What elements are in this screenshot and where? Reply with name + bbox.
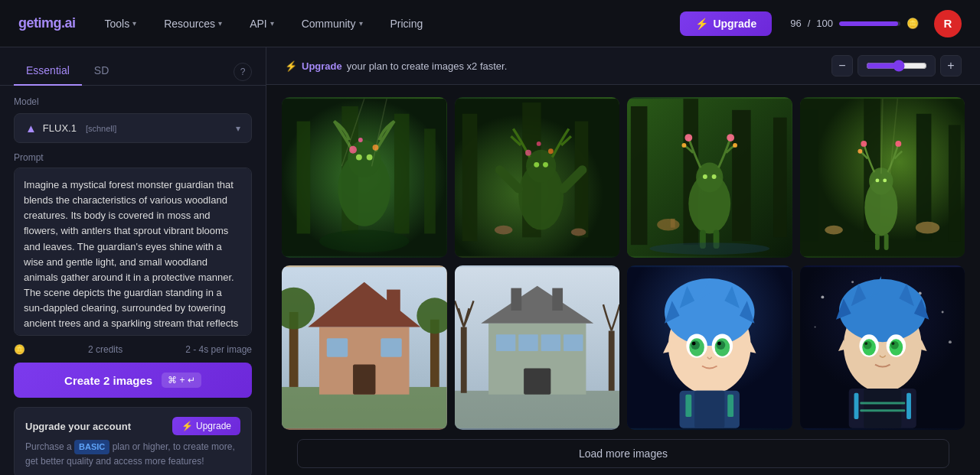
upgrade-button[interactable]: ⚡ Upgrade <box>680 11 772 36</box>
expand-button[interactable]: ⤢ <box>733 103 757 128</box>
prompt-textarea[interactable]: Imagine a mystical forest monster guardi… <box>14 168 252 336</box>
like-button[interactable]: ♡ <box>675 103 699 128</box>
like-button[interactable]: ♡ <box>329 103 354 128</box>
image-card-forest-4[interactable]: ♡ ⟲ ⤢ 🗑 <box>800 97 965 258</box>
model-selector[interactable]: ▲ FLUX.1 [schnell] ▾ <box>14 113 252 143</box>
info-button[interactable]: ? <box>234 63 252 81</box>
image-card-forest-2[interactable]: ♡ ⟲ ⤢ 🗑 <box>455 97 620 258</box>
navbar: getimg.ai Tools ▾ Resources ▾ API ▾ Comm… <box>0 0 980 47</box>
share-button[interactable]: ⟲ <box>358 103 383 128</box>
model-name: FLUX.1 <box>43 122 77 134</box>
upgrade-banner-header: Upgrade your account ⚡ Upgrade <box>25 417 240 435</box>
overlay-actions: ♡ ⟲ ⤢ 🗑 <box>847 272 959 296</box>
like-button[interactable]: ♡ <box>847 272 871 296</box>
coin-icon: 🪙 <box>906 18 919 29</box>
bolt-icon: ⚡ <box>181 421 193 431</box>
share-button[interactable]: ⟲ <box>329 272 354 296</box>
create-images-button[interactable]: Create 2 images ⌘ + ↵ <box>14 363 252 398</box>
overlay-actions: ♡ ⟲ ⤢ 🗑 <box>675 103 786 128</box>
avatar[interactable]: R <box>934 10 962 37</box>
zoom-controls: − + <box>831 55 962 76</box>
delete-button[interactable]: 🗑 <box>762 103 786 128</box>
delete-button[interactable]: 🗑 <box>387 272 412 296</box>
zoom-slider[interactable] <box>866 60 927 72</box>
image-card-forest-1[interactable]: ♡ ⟲ ⤢ 🗑 <box>282 97 447 258</box>
images-scroll[interactable]: ♡ ⟲ ⤢ 🗑 <box>266 85 980 475</box>
upgrade-notice: ⚡ Upgrade your plan to create images x2 … <box>266 47 980 85</box>
image-card-house-1[interactable]: ♡ ⟲ ⤢ 🗑 ··· <box>282 265 447 430</box>
image-card-house-2[interactable]: ♡ ⟲ ⤢ 🗑 <box>455 265 620 430</box>
tab-essential[interactable]: Essential <box>14 58 82 86</box>
overlay-actions: ♡ ⟲ ⤢ 🗑 <box>847 103 959 128</box>
nav-item-tools[interactable]: Tools ▾ <box>94 13 148 34</box>
delete-button[interactable]: 🗑 <box>589 103 613 128</box>
overlay-actions: ♡ ⟲ ⤢ 🗑 <box>329 103 441 128</box>
bolt-icon: ⚡ <box>695 18 708 30</box>
tab-sd[interactable]: SD <box>82 58 121 86</box>
upgrade-banner-title: Upgrade your account <box>25 421 131 432</box>
nav-item-api[interactable]: API ▾ <box>239 13 285 34</box>
model-tag: [schnell] <box>86 124 116 133</box>
expand-button[interactable]: ⤢ <box>387 103 412 128</box>
nav-item-pricing[interactable]: Pricing <box>380 13 434 34</box>
chevron-down-icon: ▾ <box>236 123 240 134</box>
image-card-forest-3[interactable]: ♡ ⟲ ⤢ 🗑 <box>627 97 792 258</box>
share-button[interactable]: ⟲ <box>531 272 555 296</box>
share-button[interactable]: ⟲ <box>704 103 728 128</box>
upgrade-banner: Upgrade your account ⚡ Upgrade Purchase … <box>14 407 252 475</box>
overlay-actions: ♡ ⟲ ⤢ 🗑 <box>501 272 613 296</box>
basic-badge: BASIC <box>74 440 109 454</box>
expand-button[interactable]: ⤢ <box>733 272 757 296</box>
share-button[interactable]: ⟲ <box>531 103 555 128</box>
like-button[interactable]: ♡ <box>675 272 699 296</box>
credits-area: 96 / 100 🪙 <box>790 18 919 29</box>
sidebar-tabs: Essential SD ? <box>0 47 266 86</box>
expand-button[interactable]: ⤢ <box>905 272 929 296</box>
model-icon: ▲ <box>25 122 37 135</box>
more-button[interactable]: ··· <box>416 272 441 296</box>
delete-button[interactable]: 🗑 <box>589 272 613 296</box>
sidebar: Essential SD ? Model ▲ FLUX.1 [schnell] … <box>0 47 266 475</box>
overlay-actions: ♡ ⟲ ⤢ 🗑 <box>675 272 786 296</box>
zoom-in-button[interactable]: + <box>940 55 962 76</box>
nav-item-resources[interactable]: Resources ▾ <box>153 13 233 34</box>
content-area: ⚡ Upgrade your plan to create images x2 … <box>266 47 980 475</box>
model-section: Model ▲ FLUX.1 [schnell] ▾ <box>0 86 266 143</box>
keyboard-shortcut: ⌘ + ↵ <box>162 373 201 388</box>
upgrade-notice-link[interactable]: Upgrade <box>302 60 342 72</box>
delete-button[interactable]: 🗑 <box>416 103 441 128</box>
expand-button[interactable]: ⤢ <box>560 103 584 128</box>
delete-button[interactable]: 🗑 <box>934 272 959 296</box>
expand-button[interactable]: ⤢ <box>358 272 383 296</box>
like-button[interactable]: ♡ <box>501 272 526 296</box>
nav-item-community[interactable]: Community ▾ <box>291 13 374 34</box>
share-button[interactable]: ⟲ <box>704 272 728 296</box>
zoom-slider-wrap <box>858 55 936 76</box>
image-card-anime-1[interactable]: ♡ ⟲ ⤢ 🗑 <box>627 265 792 430</box>
share-button[interactable]: ⟲ <box>876 103 900 128</box>
delete-button[interactable]: 🗑 <box>934 103 959 128</box>
delete-button[interactable]: 🗑 <box>762 272 786 296</box>
prompt-section: Prompt Imagine a mystical forest monster… <box>0 143 266 338</box>
load-more-row: Load more images <box>282 430 965 468</box>
like-button[interactable]: ♡ <box>847 103 871 128</box>
prompt-label: Prompt <box>14 152 252 163</box>
load-more-button[interactable]: Load more images <box>297 439 949 468</box>
credits-bar <box>839 21 900 26</box>
zoom-out-button[interactable]: − <box>831 55 853 76</box>
upgrade-banner-button[interactable]: ⚡ Upgrade <box>172 417 240 435</box>
bolt-icon: ⚡ <box>285 60 297 72</box>
coin-icon: 🪙 <box>14 344 25 355</box>
chevron-down-icon: ▾ <box>270 19 274 28</box>
main-layout: Essential SD ? Model ▲ FLUX.1 [schnell] … <box>0 47 980 475</box>
upgrade-banner-description: Purchase a BASIC plan or higher, to crea… <box>25 440 240 468</box>
like-button[interactable]: ♡ <box>501 103 526 128</box>
logo[interactable]: getimg.ai <box>18 15 76 31</box>
credits-bar-fill <box>839 21 898 26</box>
expand-button[interactable]: ⤢ <box>560 272 584 296</box>
share-button[interactable]: ⟲ <box>876 272 900 296</box>
like-button[interactable]: ♡ <box>300 272 325 296</box>
expand-button[interactable]: ⤢ <box>905 103 929 128</box>
model-label: Model <box>14 96 252 107</box>
image-card-anime-2[interactable]: ♡ ⟲ ⤢ 🗑 <box>800 265 965 430</box>
